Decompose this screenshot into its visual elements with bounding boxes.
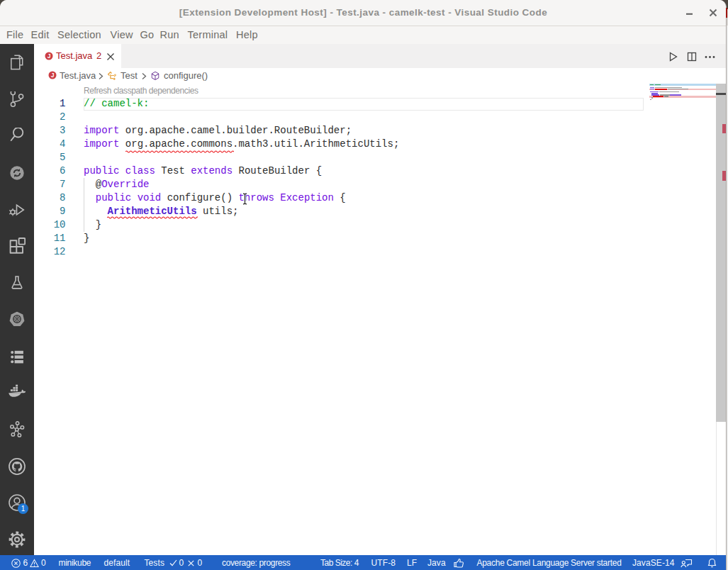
svg-text:J: J [47,52,51,60]
svg-text:J: J [51,72,55,79]
